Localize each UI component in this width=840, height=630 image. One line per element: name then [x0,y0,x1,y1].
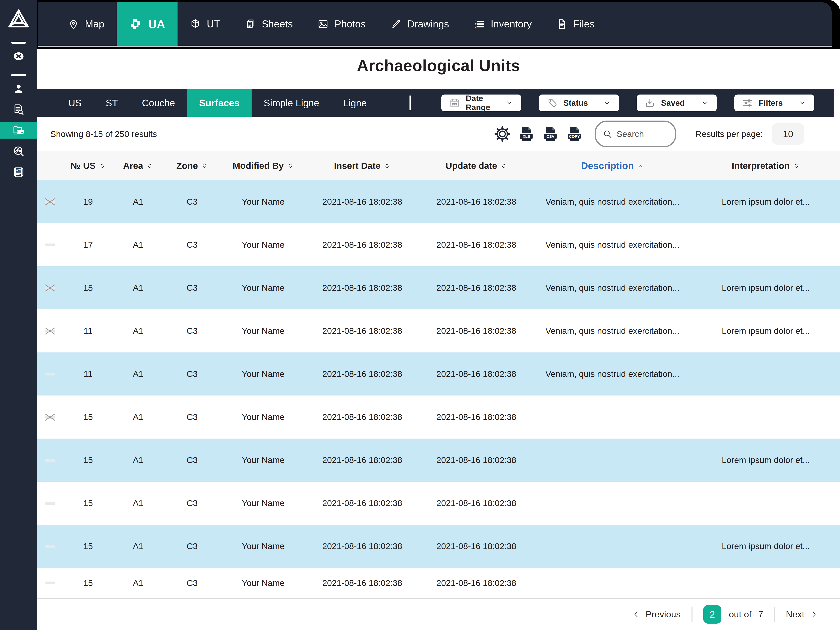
column-header-update-date[interactable]: Update date [419,161,534,171]
nav-item-map[interactable]: Map [56,2,117,46]
sort-both-icon[interactable] [384,162,390,169]
cell-modified-by: Your Name [221,283,305,293]
column-header-modified-by[interactable]: Modified By [221,161,305,171]
row-checkbox[interactable] [37,499,63,508]
table-row[interactable]: 15A1C3Your Name2021-08-16 18:02:382021-0… [37,396,840,438]
row-checkbox[interactable] [37,542,63,551]
table-row[interactable]: 19A1C3Your Name2021-08-16 18:02:382021-0… [37,180,840,223]
checkbox-x-icon [44,283,56,292]
logo-knot-icon [7,8,30,31]
filter-button-status[interactable]: Status [539,95,619,111]
results-toolbar: Showing 8-15 of 250 results XLSCSVCOPY R… [37,117,840,151]
results-per-page-value[interactable]: 10 [772,123,804,145]
cell-update-date: 2021-08-16 18:02:38 [419,455,534,465]
graph-search-icon [13,145,25,157]
previous-page-label: Previous [646,609,681,620]
row-checkbox[interactable] [37,198,63,206]
cell-modified-by: Your Name [221,578,305,588]
sidebar-item-close[interactable] [0,48,37,65]
cell-modified-by: Your Name [221,369,305,379]
column-header--us[interactable]: № US [63,161,113,171]
search-box[interactable] [595,120,676,147]
sort-both-icon[interactable] [793,162,800,169]
nav-item-files[interactable]: Files [544,2,607,46]
row-checkbox[interactable] [37,413,63,421]
cell-zone: C3 [163,412,221,422]
table-row[interactable]: 15A1C3Your Name2021-08-16 18:02:382021-0… [37,568,840,598]
table-row[interactable]: 15A1C3Your Name2021-08-16 18:02:382021-0… [37,481,840,525]
table-row[interactable]: 17A1C3Your Name2021-08-16 18:02:382021-0… [37,223,840,266]
table-row[interactable]: 11A1C3Your Name2021-08-16 18:02:382021-0… [37,309,840,353]
column-header-description[interactable]: Description [534,160,692,171]
column-header-area[interactable]: Area [113,161,163,171]
previous-page-button[interactable]: Previous [632,609,681,620]
nav-item-sheets[interactable]: Sheets [232,2,305,46]
sort-both-icon[interactable] [501,162,507,169]
close-circle-icon [13,50,25,62]
row-checkbox[interactable] [37,456,63,465]
settings-button[interactable] [494,126,510,142]
results-per-page: Results per page: 10 [695,123,804,145]
column-header-insert-date[interactable]: Insert Date [305,161,419,171]
sidebar-item-user[interactable] [0,81,37,97]
table-row[interactable]: 15A1C3Your Name2021-08-16 18:02:382021-0… [37,266,840,309]
sort-both-icon[interactable] [287,162,294,169]
tab-simple-ligne[interactable]: Simple Ligne [251,89,331,117]
nav-item-label: Sheets [262,18,293,30]
sort-asc-icon[interactable] [637,162,644,169]
total-pages: 7 [758,609,763,620]
column-header-label: № US [71,161,95,171]
table-row[interactable]: 11A1C3Your Name2021-08-16 18:02:382021-0… [37,353,840,396]
copy-button[interactable]: COPY [566,126,583,142]
current-page-badge[interactable]: 2 [703,605,721,624]
sidebar-item-document-search[interactable] [0,101,37,118]
tab-couche[interactable]: Couche [130,89,187,117]
cell-insert-date: 2021-08-16 18:02:38 [305,541,419,551]
column-header-interpretation[interactable]: Interpretation [692,161,840,171]
tab-us[interactable]: US [56,89,94,117]
cell-area: A1 [113,498,163,508]
table-row[interactable]: 15A1C3Your Name2021-08-16 18:02:382021-0… [37,438,840,481]
cell-description: Veniam, quis nostrud exercitation... [534,240,692,250]
row-checkbox[interactable] [37,327,63,336]
filter-button-filters[interactable]: Filters [734,95,815,111]
checkbox-blank-icon [44,241,56,249]
sliders-icon [742,98,753,108]
column-header-zone[interactable]: Zone [163,161,221,171]
export-xls-button[interactable]: XLS [518,126,535,142]
nav-item-inventory[interactable]: 123Inventory [461,2,544,46]
sidebar-item-graph-search[interactable] [0,143,37,160]
row-checkbox[interactable] [37,241,63,249]
next-page-button[interactable]: Next [786,609,818,620]
table-row[interactable]: 15A1C3Your Name2021-08-16 18:02:382021-0… [37,525,840,568]
nav-item-photos[interactable]: Photos [305,2,378,46]
cell-modified-by: Your Name [221,498,305,508]
nav-item-drawings[interactable]: Drawings [378,2,461,46]
filter-button-date-range[interactable]: Date Range [441,95,521,111]
nav-item-ua[interactable]: UA [117,2,177,46]
export-csv-button[interactable]: CSV [542,126,559,142]
cell-zone: C3 [163,326,221,336]
calendar-icon [449,98,460,108]
sort-both-icon[interactable] [99,162,106,169]
pagination-divider [774,607,775,622]
sidebar-item-archive-records[interactable] [0,122,37,139]
cell-zone: C3 [163,240,221,250]
nav-item-ut[interactable]: UT [177,2,232,46]
pagination-divider [692,607,693,622]
tab-ligne[interactable]: Ligne [331,89,379,117]
cell-modified-by: Your Name [221,412,305,422]
row-checkbox[interactable] [37,579,63,587]
sort-both-icon[interactable] [201,162,208,169]
nav-item-label: UA [148,17,165,31]
filter-button-label: Status [564,98,588,108]
sort-both-icon[interactable] [146,162,153,169]
tab-surfaces[interactable]: Surfaces [187,89,251,117]
sidebar-item-news[interactable]: NEWS [0,164,37,180]
search-input[interactable] [617,129,667,139]
filter-button-saved[interactable]: Saved [637,95,717,111]
tab-st[interactable]: ST [94,89,130,117]
row-checkbox[interactable] [37,370,63,378]
row-checkbox[interactable] [37,283,63,292]
checkbox-x-icon [44,327,56,336]
